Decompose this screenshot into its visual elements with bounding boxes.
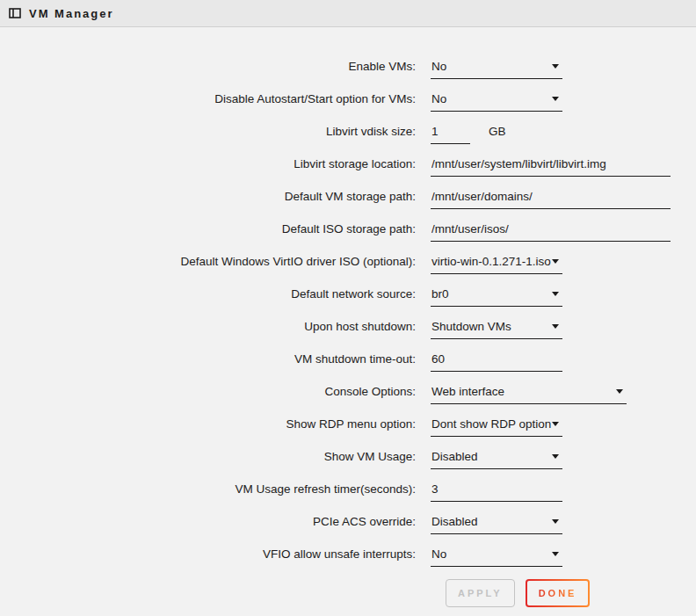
titlebar: VM Manager <box>0 0 696 27</box>
done-button[interactable]: DONE <box>526 579 591 607</box>
disable-autostart-select[interactable]: No <box>431 91 562 112</box>
field-label: Default ISO storage path: <box>0 221 431 236</box>
field-label: Default VM storage path: <box>0 189 431 204</box>
vm-shutdown-timeout-input[interactable] <box>431 351 562 366</box>
form-row-virtio-iso: Default Windows VirtIO driver ISO (optio… <box>0 254 696 274</box>
vm-usage-refresh-timer-input[interactable] <box>431 482 562 496</box>
form-row-vm-usage: Show VM Usage: Disabled <box>0 449 696 469</box>
columns-icon <box>9 7 21 19</box>
field-label: Libvirt storage location: <box>0 156 431 171</box>
field-label: Console Options: <box>0 384 431 399</box>
button-bar: APPLY DONE <box>446 579 696 607</box>
form-row-libvirt-storage: Libvirt storage location: <box>0 156 696 177</box>
form-row-pcie-acs: PCIe ACS override: Disabled <box>0 514 696 534</box>
form-row-shutdown-timeout: VM shutdown time-out: <box>0 351 696 372</box>
default-iso-storage-path-input[interactable] <box>431 221 671 236</box>
field-label: Default network source: <box>0 286 431 301</box>
chevron-down-icon <box>552 259 559 264</box>
console-options-select[interactable]: Web interface <box>431 384 627 404</box>
show-rdp-menu-select[interactable]: Dont show RDP option <box>431 417 562 437</box>
field-label: VM Usage refresh timer(seconds): <box>0 482 431 496</box>
page-title: VM Manager <box>29 7 114 20</box>
chevron-down-icon <box>616 389 623 394</box>
field-label: Libvirt vdisk size: <box>0 124 431 139</box>
field-label: VFIO allow unsafe interrupts: <box>0 547 431 562</box>
field-label: Upon host shutdown: <box>0 319 431 334</box>
field-label: Disable Autostart/Start option for VMs: <box>0 91 431 106</box>
chevron-down-icon <box>552 324 559 329</box>
chevron-down-icon <box>552 64 559 69</box>
form-row-enable-vms: Enable VMs: No <box>0 59 696 79</box>
chevron-down-icon <box>552 552 559 556</box>
virtio-driver-iso-select[interactable]: virtio-win-0.1.271-1.iso <box>431 254 562 274</box>
pcie-acs-override-select[interactable]: Disabled <box>431 514 562 534</box>
form-row-network-source: Default network source: br0 <box>0 286 696 307</box>
form-row-console-options: Console Options: Web interface <box>0 384 696 404</box>
form-row-vfio-interrupts: VFIO allow unsafe interrupts: No <box>0 547 696 567</box>
default-network-source-select[interactable]: br0 <box>431 286 562 307</box>
form-row-host-shutdown: Upon host shutdown: Shutdown VMs <box>0 319 696 339</box>
upon-host-shutdown-select[interactable]: Shutdown VMs <box>431 319 562 339</box>
show-vm-usage-select[interactable]: Disabled <box>431 449 562 469</box>
field-label: Show VM Usage: <box>0 449 431 464</box>
chevron-down-icon <box>552 519 559 524</box>
vm-manager-form: Enable VMs: No Disable Autostart/Start o… <box>0 27 696 607</box>
form-row-vm-storage-path: Default VM storage path: <box>0 189 696 209</box>
form-row-vdisk-size: Libvirt vdisk size: GB <box>0 124 696 144</box>
vdisk-size-unit-label: GB <box>489 124 506 139</box>
default-vm-storage-path-input[interactable] <box>431 189 671 204</box>
field-label: Enable VMs: <box>0 59 431 74</box>
apply-button[interactable]: APPLY <box>446 579 515 607</box>
vfio-unsafe-interrupts-select[interactable]: No <box>431 547 562 567</box>
chevron-down-icon <box>552 454 559 459</box>
chevron-down-icon <box>552 97 559 101</box>
form-row-rdp-menu: Show RDP menu option: Dont show RDP opti… <box>0 417 696 437</box>
libvirt-storage-location-input[interactable] <box>431 156 671 171</box>
chevron-down-icon <box>552 292 559 296</box>
libvirt-vdisk-size-input[interactable] <box>431 124 470 139</box>
form-row-disable-autostart: Disable Autostart/Start option for VMs: … <box>0 91 696 112</box>
form-row-usage-refresh-timer: VM Usage refresh timer(seconds): <box>0 482 696 502</box>
field-label: PCIe ACS override: <box>0 514 431 529</box>
chevron-down-icon <box>552 422 559 426</box>
form-row-iso-storage-path: Default ISO storage path: <box>0 221 696 242</box>
enable-vms-select[interactable]: No <box>431 59 562 79</box>
field-label: Default Windows VirtIO driver ISO (optio… <box>0 254 431 269</box>
field-label: Show RDP menu option: <box>0 417 431 431</box>
field-label: VM shutdown time-out: <box>0 351 431 366</box>
